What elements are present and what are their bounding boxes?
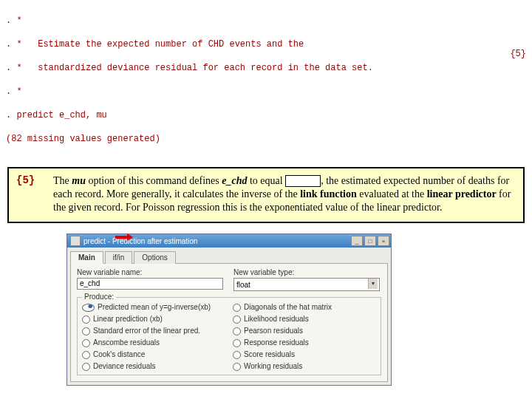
radio-label: Score residuals: [244, 349, 295, 360]
radio-icon: [233, 304, 241, 312]
app-icon: [70, 236, 81, 246]
red-arrow-icon: [115, 233, 133, 241]
vartype-select[interactable]: float: [233, 278, 380, 291]
radio-cooks[interactable]: Cook's distance: [82, 349, 225, 360]
varname-input[interactable]: e_chd: [77, 278, 223, 290]
radio-icon: [82, 339, 90, 347]
code-line: . * Estimate the expected number of CHD …: [6, 38, 526, 50]
radio-icon: [233, 351, 241, 359]
code-line: . * standardized deviance residual for e…: [6, 62, 526, 74]
radio-label: Cook's distance: [93, 349, 145, 360]
radio-anscombe[interactable]: Anscombe residuals: [82, 338, 225, 348]
code-ref-marker: {5}: [510, 49, 526, 59]
radio-label: Linear prediction (xb): [93, 314, 163, 324]
tab-options[interactable]: Options: [134, 251, 175, 264]
varname-label: New variable name:: [77, 268, 225, 276]
main-panel: New variable name: e_chd New variable ty…: [70, 264, 388, 382]
code-line: . *: [6, 86, 526, 98]
note-linpred: linear predictor: [427, 188, 497, 200]
tab-ifin[interactable]: if/in: [105, 251, 133, 264]
code-block: . * . * Estimate the expected number of …: [0, 0, 532, 160]
note-part: evaluated at the: [357, 188, 427, 200]
radio-stderr[interactable]: Standard error of the linear pred.: [82, 326, 225, 336]
radio-label: Predicted mean of y=g-inverse(xb): [98, 302, 211, 313]
radio-label: Anscombe residuals: [93, 338, 160, 348]
formula-placeholder: [285, 175, 321, 187]
note-part: The: [53, 175, 72, 186]
radio-label: Standard error of the linear pred.: [93, 326, 200, 336]
radio-icon: [233, 363, 241, 371]
note-echd: e_chd: [222, 175, 247, 186]
note-link: link function: [300, 188, 357, 200]
radio-icon: [233, 316, 241, 324]
produce-group: Produce: Predicted mean of y=g-inverse(x…: [77, 297, 381, 375]
note-text: The mu option of this command defines e_…: [53, 174, 516, 214]
minimize-button[interactable]: _: [351, 236, 363, 246]
note-box: {5} The mu option of this command define…: [7, 167, 525, 223]
radio-predicted-mean[interactable]: Predicted mean of y=g-inverse(xb): [82, 302, 225, 313]
radio-icon: [82, 351, 90, 359]
vartype-label: New variable type:: [233, 268, 381, 276]
dialog-container: predict - Prediction after estimation _ …: [66, 233, 392, 386]
radio-linear-pred[interactable]: Linear prediction (xb): [82, 314, 225, 324]
radio-icon: [82, 363, 90, 371]
radio-label: Diagonals of the hat matrix: [244, 302, 332, 313]
predict-dialog: predict - Prediction after estimation _ …: [66, 233, 392, 386]
note-mu: mu: [72, 175, 86, 186]
tab-main[interactable]: Main: [70, 251, 103, 264]
radio-icon: [233, 327, 241, 335]
radio-icon: [82, 304, 95, 312]
radio-label: Deviance residuals: [93, 361, 156, 372]
tab-strip: Main if/in Options: [70, 250, 388, 264]
radio-likelihood[interactable]: Likelihood residuals: [233, 314, 376, 324]
code-line: (82 missing values generated): [6, 133, 526, 145]
radio-icon: [82, 316, 90, 324]
radio-label: Likelihood residuals: [244, 314, 309, 324]
note-part: option of this command defines: [86, 175, 222, 186]
radio-icon: [82, 327, 90, 335]
radio-deviance[interactable]: Deviance residuals: [82, 361, 225, 372]
radio-response[interactable]: Response residuals: [233, 338, 376, 348]
note-ref: {5}: [16, 174, 53, 214]
radio-pearson[interactable]: Pearson residuals: [233, 326, 376, 336]
radio-label: Pearson residuals: [244, 326, 303, 336]
code-line: . predict e_chd, mu: [6, 109, 526, 121]
radio-hat[interactable]: Diagonals of the hat matrix: [233, 302, 376, 313]
maximize-button[interactable]: □: [364, 236, 376, 246]
radio-label: Response residuals: [244, 338, 309, 348]
produce-legend: Produce:: [82, 293, 116, 301]
radio-score[interactable]: Score residuals: [233, 349, 376, 360]
close-button[interactable]: ×: [378, 236, 389, 246]
radio-working[interactable]: Working residuals: [233, 361, 376, 372]
radio-label: Working residuals: [244, 361, 302, 372]
vartype-value: float: [236, 281, 250, 289]
radio-icon: [233, 339, 241, 347]
code-line: . *: [6, 15, 526, 27]
note-part: to equal: [247, 175, 285, 186]
